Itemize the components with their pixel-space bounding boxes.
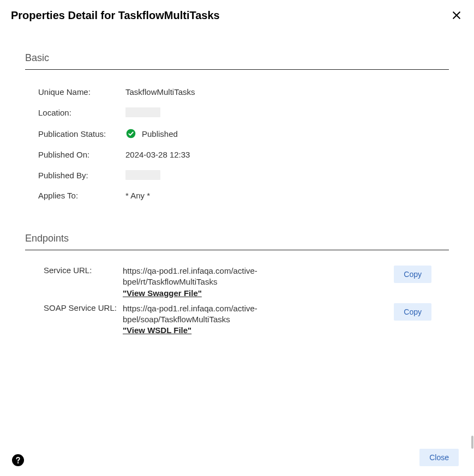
service-url-value: https://qa-pod1.rel.infaqa.com/active-bp…	[123, 266, 292, 299]
unique-name-value: TaskflowMultiTasks	[125, 87, 195, 97]
dialog-footer: Close	[419, 449, 459, 466]
field-applies-to: Applies To: * Any *	[38, 185, 449, 206]
field-location: Location:	[38, 102, 449, 123]
soap-service-url-text: https://qa-pod1.rel.infaqa.com/active-bp…	[123, 304, 257, 324]
basic-fields: Unique Name: TaskflowMultiTasks Location…	[25, 82, 449, 206]
endpoints-divider	[25, 250, 449, 250]
scrollbar-thumb[interactable]	[471, 436, 473, 449]
published-by-value	[125, 170, 160, 180]
field-published-on: Published On: 2024-03-28 12:33	[38, 144, 449, 165]
published-on-value: 2024-03-28 12:33	[125, 150, 190, 159]
location-value	[125, 107, 160, 117]
published-on-label: Published On:	[38, 150, 125, 159]
field-unique-name: Unique Name: TaskflowMultiTasks	[38, 82, 449, 102]
location-redacted	[125, 107, 160, 117]
svg-point-4	[17, 462, 19, 463]
published-by-label: Published By:	[38, 171, 125, 180]
scrollbar-track[interactable]	[470, 0, 474, 476]
dialog-header: Properties Detail for TaskflowMultiTasks	[0, 0, 474, 31]
applies-to-label: Applies To:	[38, 191, 125, 200]
basic-divider	[25, 69, 449, 70]
field-published-by: Published By:	[38, 165, 449, 185]
publication-status-text: Published	[142, 129, 178, 138]
check-circle-icon	[125, 128, 136, 139]
endpoints-section-title: Endpoints	[25, 233, 449, 244]
service-url-label: Service URL:	[44, 266, 123, 275]
published-by-redacted	[125, 170, 160, 180]
copy-service-url-button[interactable]: Copy	[394, 266, 431, 283]
location-label: Location:	[38, 108, 125, 117]
endpoint-service-url: Service URL: https://qa-pod1.rel.infaqa.…	[44, 266, 449, 299]
service-url-text: https://qa-pod1.rel.infaqa.com/active-bp…	[123, 266, 257, 286]
dialog-title: Properties Detail for TaskflowMultiTasks	[11, 9, 220, 22]
field-publication-status: Publication Status: Published	[38, 123, 449, 144]
help-icon[interactable]	[12, 454, 24, 466]
dialog-content: Basic Unique Name: TaskflowMultiTasks Lo…	[0, 31, 474, 336]
soap-service-url-label: SOAP Service URL:	[44, 303, 123, 312]
svg-point-2	[127, 129, 136, 138]
applies-to-value: * Any *	[125, 191, 150, 200]
publication-status-label: Publication Status:	[38, 129, 125, 138]
soap-service-url-copy-cell: Copy	[292, 303, 449, 321]
endpoint-soap-service-url: SOAP Service URL: https://qa-pod1.rel.in…	[44, 303, 449, 336]
view-wsdl-link[interactable]: "View WSDL File"	[123, 326, 191, 335]
service-url-copy-cell: Copy	[292, 266, 449, 283]
basic-section-title: Basic	[25, 52, 449, 64]
endpoints-fields: Service URL: https://qa-pod1.rel.infaqa.…	[25, 266, 449, 336]
close-button[interactable]: Close	[419, 449, 459, 466]
publication-status-value: Published	[125, 128, 178, 139]
soap-service-url-value: https://qa-pod1.rel.infaqa.com/active-bp…	[123, 303, 292, 336]
close-icon[interactable]	[450, 9, 463, 22]
unique-name-label: Unique Name:	[38, 87, 125, 97]
copy-soap-service-url-button[interactable]: Copy	[394, 303, 431, 321]
view-swagger-link[interactable]: "View Swagger File"	[123, 288, 202, 298]
